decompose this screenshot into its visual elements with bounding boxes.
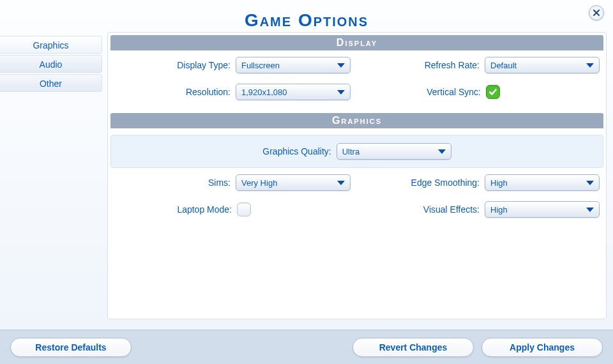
select-display-type-value: Fullscreen (241, 61, 280, 70)
chevron-down-icon (337, 90, 345, 95)
select-resolution-value: 1,920x1,080 (241, 87, 287, 97)
display-grid: Display Type: Fullscreen Refresh Rate: D… (108, 57, 606, 110)
label-visual-effects: Visual Effects: (423, 204, 480, 215)
tab-audio[interactable]: Audio (0, 55, 102, 73)
label-display-type: Display Type: (177, 60, 231, 70)
section-header-graphics: Graphics (110, 113, 603, 128)
revert-changes-button[interactable]: Revert Changes (352, 338, 474, 357)
graphics-quality-panel: Graphics Quality: Ultra (110, 135, 603, 168)
chevron-down-icon (337, 63, 345, 68)
apply-changes-button[interactable]: Apply Changes (481, 338, 603, 357)
label-laptop-mode: Laptop Mode: (177, 204, 232, 215)
select-edge-smoothing-value: High (490, 178, 508, 188)
check-icon (488, 87, 497, 96)
select-graphics-quality[interactable]: Ultra (337, 143, 451, 160)
checkbox-laptop-mode[interactable] (237, 202, 251, 216)
close-icon (593, 9, 600, 17)
checkbox-vertical-sync[interactable] (486, 85, 500, 99)
tab-graphics[interactable]: Graphics (0, 36, 102, 54)
select-graphics-quality-value: Ultra (342, 147, 359, 156)
select-resolution[interactable]: 1,920x1,080 (236, 84, 351, 100)
label-vertical-sync: Vertical Sync: (427, 87, 481, 97)
select-visual-effects-value: High (490, 205, 508, 215)
select-refresh-rate-value: Default (490, 61, 517, 70)
label-graphics-quality: Graphics Quality: (262, 146, 331, 156)
tab-other[interactable]: Other (0, 74, 102, 92)
chevron-down-icon (586, 181, 594, 185)
select-sims[interactable]: Very High (236, 174, 351, 191)
restore-defaults-button[interactable]: Restore Defaults (10, 338, 132, 357)
section-header-display: Display (110, 35, 603, 50)
sidebar: Graphics Audio Other (0, 32, 102, 319)
select-refresh-rate[interactable]: Default (485, 57, 600, 73)
chevron-down-icon (586, 63, 594, 68)
label-edge-smoothing: Edge Smoothing: (411, 178, 480, 188)
label-resolution: Resolution: (186, 87, 231, 97)
close-button[interactable] (589, 5, 604, 20)
label-sims: Sims: (208, 178, 231, 188)
select-display-type[interactable]: Fullscreen (236, 57, 351, 73)
main-panel: Display Display Type: Fullscreen Refresh… (107, 32, 607, 319)
footer: Restore Defaults Revert Changes Apply Ch… (0, 330, 613, 364)
chevron-down-icon (586, 208, 594, 212)
chevron-down-icon (337, 181, 345, 185)
select-sims-value: Very High (241, 178, 277, 188)
chevron-down-icon (438, 149, 446, 154)
graphics-grid: Sims: Very High Edge Smoothing: High Lap… (108, 174, 606, 228)
select-visual-effects[interactable]: High (485, 201, 600, 218)
page-title: Game Options (0, 0, 613, 32)
select-edge-smoothing[interactable]: High (485, 174, 600, 191)
label-refresh-rate: Refresh Rate: (425, 60, 480, 70)
